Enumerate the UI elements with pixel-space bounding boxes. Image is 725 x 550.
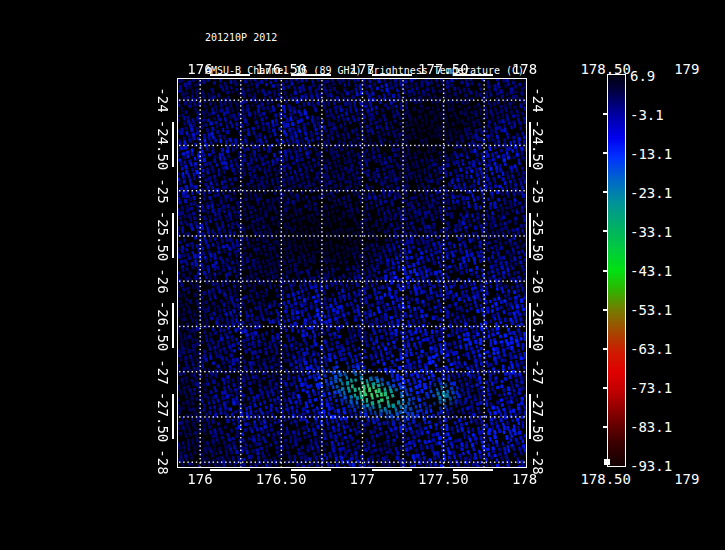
map-border-dash-top <box>291 74 331 76</box>
map-border-dash-bottom <box>210 469 250 471</box>
colorbar-tick-label: -73.1 <box>630 381 672 395</box>
y-tick-label-left: -25.50 <box>156 210 170 261</box>
x-tick-label-bottom: 177.50 <box>418 472 469 486</box>
colorbar-tick <box>603 191 607 193</box>
map-border-dash-bottom <box>291 469 331 471</box>
map-border-dash-top <box>453 74 493 76</box>
colorbar-tick-label: 6.9 <box>630 69 655 83</box>
y-tick-label-left: -27 <box>156 359 170 384</box>
y-tick-label-right: -26.50 <box>531 301 545 352</box>
colorbar-tick <box>603 270 607 272</box>
colorbar-end-marker <box>604 459 610 465</box>
colorbar-tick <box>603 348 607 350</box>
map-border-dash-top <box>372 74 412 76</box>
y-tick-label-left: -24.50 <box>156 120 170 171</box>
map-border-dash-top <box>210 74 250 76</box>
y-tick-label-right: -26 <box>531 268 545 293</box>
y-tick-label-right: -27.50 <box>531 391 545 442</box>
colorbar-tick-label: -43.1 <box>630 264 672 278</box>
y-tick-label-left: -25 <box>156 178 170 203</box>
x-tick-label-top: 176 <box>187 62 212 76</box>
map-border-dash-left <box>172 394 174 439</box>
map-border-dash-left <box>172 122 174 167</box>
colorbar-tick-label: -33.1 <box>630 225 672 239</box>
map-border-dash-left <box>172 213 174 258</box>
y-tick-label-right: -28 <box>531 449 545 474</box>
map-border-dash-left <box>172 303 174 348</box>
x-tick-label-bottom: 179 <box>674 472 699 486</box>
y-tick-label-left: -24 <box>156 87 170 112</box>
colorbar-tick <box>603 113 607 115</box>
x-tick-label-top: 179 <box>674 62 699 76</box>
x-tick-label-bottom: 176 <box>187 472 212 486</box>
x-tick-label-top: 178.50 <box>580 62 631 76</box>
figure-root: 201210P 2012 AMSU-B Channel 16 (89 GHz) … <box>0 0 725 550</box>
colorbar <box>607 74 626 467</box>
map-frame <box>177 78 527 468</box>
colorbar-tick <box>603 426 607 428</box>
x-tick-label-bottom: 178.50 <box>580 472 631 486</box>
y-tick-label-left: -26 <box>156 268 170 293</box>
y-tick-label-right: -27 <box>531 359 545 384</box>
map-border-dash-bottom <box>453 469 493 471</box>
map-border-dash-bottom <box>372 469 412 471</box>
x-tick-label-top: 178 <box>512 62 537 76</box>
colorbar-tick <box>603 387 607 389</box>
map-border-dash-right <box>529 394 531 439</box>
y-tick-label-left: -27.50 <box>156 391 170 442</box>
map-border-dash-right <box>529 122 531 167</box>
y-tick-label-right: -25.50 <box>531 210 545 261</box>
y-tick-label-right: -24 <box>531 87 545 112</box>
colorbar-tick-label: -23.1 <box>630 186 672 200</box>
colorbar-gradient <box>608 75 625 466</box>
y-tick-label-right: -24.50 <box>531 120 545 171</box>
y-tick-label-left: -28 <box>156 449 170 474</box>
map-border-dash-right <box>529 303 531 348</box>
x-tick-label-bottom: 176.50 <box>256 472 307 486</box>
colorbar-tick-label: -53.1 <box>630 303 672 317</box>
y-tick-label-right: -25 <box>531 178 545 203</box>
colorbar-tick <box>603 309 607 311</box>
colorbar-tick-label: -93.1 <box>630 459 672 473</box>
y-tick-label-left: -26.50 <box>156 301 170 352</box>
storm-id-line: 201210P 2012 <box>205 32 524 43</box>
colorbar-tick-label: -13.1 <box>630 147 672 161</box>
colorbar-tick-label: -83.1 <box>630 420 672 434</box>
colorbar-tick-label: -3.1 <box>630 108 664 122</box>
colorbar-tick-label: -63.1 <box>630 342 672 356</box>
x-tick-label-bottom: 177 <box>350 472 375 486</box>
colorbar-tick <box>603 230 607 232</box>
colorbar-tick <box>603 152 607 154</box>
map-border-dash-right <box>529 213 531 258</box>
